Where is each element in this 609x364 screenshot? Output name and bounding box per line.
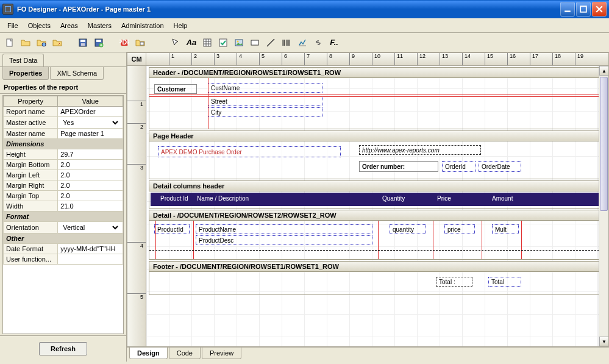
field-apex-demo-purchase-order[interactable]: APEX DEMO Purchase Order [158, 146, 341, 157]
band-title[interactable]: Footer - /DOCUMENT/REGION/ROWSET1/ROWSET… [149, 261, 606, 272]
bottom-tab-design[interactable]: Design [129, 348, 168, 359]
prop-key: User function... [4, 254, 58, 265]
design-panel: CM 12345678910111213141516171819 12345 H… [127, 52, 609, 362]
pointer-icon[interactable] [168, 35, 183, 50]
scroll-thumb[interactable] [600, 77, 608, 211]
field-productdesc[interactable]: ProductDesc [196, 235, 372, 245]
image-icon[interactable] [232, 35, 246, 50]
prop-value[interactable]: yyyy-MM-dd"T"HH [58, 244, 123, 254]
text-a-icon[interactable]: Aa [184, 35, 199, 50]
barcode-icon[interactable] [279, 35, 294, 50]
prop-value[interactable]: 21.0 [58, 201, 123, 212]
field-quantity[interactable]: quantity [390, 224, 426, 234]
prop-value[interactable]: 2.0 [58, 180, 123, 191]
app-icon [2, 4, 13, 15]
column-header-cell[interactable]: Amount [492, 195, 513, 202]
menu-help[interactable]: Help [169, 20, 193, 31]
prop-value[interactable]: 2.0 [58, 170, 123, 180]
fx-icon[interactable]: F.. [327, 35, 341, 50]
field-productname[interactable]: ProductName [196, 224, 372, 234]
open-folder-alt2-icon[interactable] [50, 35, 65, 50]
tab-properties[interactable]: Properties [2, 67, 49, 80]
horizontal-ruler: 12345678910111213141516171819 [146, 52, 609, 66]
band-body[interactable]: CustomerCustNameStreetCity [149, 78, 606, 129]
field-productid[interactable]: ProductId [154, 224, 190, 234]
field-total[interactable]: Total [488, 277, 521, 287]
col-value: Value [58, 96, 123, 107]
column-header-cell[interactable]: Price [437, 195, 451, 202]
field-customer[interactable]: Customer [154, 84, 197, 94]
prop-value[interactable] [58, 254, 123, 265]
field-orderid[interactable]: OrderId [442, 161, 475, 172]
column-header-cell[interactable]: Product Id [160, 195, 188, 202]
table-icon[interactable] [200, 35, 215, 50]
menu-file[interactable]: File [2, 20, 23, 31]
field-order-number-[interactable]: Order number: [359, 161, 438, 172]
ruler-unit: CM [127, 52, 146, 66]
prop-key: Report name [4, 107, 58, 117]
column-header-cell[interactable]: Name / Description [197, 195, 249, 202]
prop-value[interactable]: Vertical [58, 222, 123, 234]
field-orderdate[interactable]: OrderDate [479, 161, 521, 172]
prop-value[interactable]: Page master 1 [58, 129, 123, 139]
prop-value[interactable]: Yes [58, 117, 123, 129]
field-price[interactable]: price [444, 224, 475, 234]
menu-administration[interactable]: Administration [116, 20, 169, 31]
field-custname[interactable]: CustName [208, 83, 322, 93]
band-body[interactable]: ProductIdProductNamequantitypriceMultPro… [149, 221, 606, 260]
minimize-button[interactable] [560, 2, 575, 16]
prop-value[interactable]: 29.7 [58, 149, 123, 160]
line-icon[interactable] [263, 35, 278, 50]
link-icon[interactable] [311, 35, 326, 50]
band-title[interactable]: Page Header [149, 130, 606, 141]
tab-xml-schema[interactable]: XML Schema [50, 67, 104, 80]
bottom-tab-preview[interactable]: Preview [202, 348, 241, 359]
band-title[interactable]: Header - /DOCUMENT/REGION/ROWSET1/ROWSET… [149, 67, 606, 78]
design-canvas[interactable]: Header - /DOCUMENT/REGION/ROWSET1/ROWSET… [146, 66, 609, 347]
band-body[interactable]: Total :Total [149, 272, 606, 295]
band-pageheader[interactable]: Page HeaderAPEX DEMO Purchase Orderhttp:… [149, 130, 606, 179]
open-report-icon[interactable] [133, 35, 148, 50]
bottom-tab-code[interactable]: Code [169, 348, 201, 359]
prop-value[interactable]: APEXOrder [58, 107, 123, 117]
property-grid[interactable]: PropertyValue Report nameAPEXOrderMaster… [2, 95, 124, 334]
tab-test-data[interactable]: Test Data [2, 54, 44, 66]
pdf-export-icon[interactable]: PDF [117, 35, 132, 50]
band-colhead[interactable]: Detail columns headerProduct IdName / De… [149, 180, 606, 209]
close-button[interactable] [592, 2, 607, 16]
prop-value[interactable]: 2.0 [58, 191, 123, 201]
band-body[interactable]: Product IdName / DescriptionQuantityPric… [149, 193, 606, 209]
chart-icon[interactable] [295, 35, 310, 50]
band-detail[interactable]: Detail - /DOCUMENT/REGION/ROWSET2/ROWSET… [149, 210, 606, 260]
vertical-scrollbar[interactable]: ▲ ▼ [599, 66, 608, 346]
open-folder-icon[interactable] [18, 35, 33, 50]
band-title[interactable]: Detail - /DOCUMENT/REGION/ROWSET2/ROWSET… [149, 210, 606, 221]
field-city[interactable]: City [208, 107, 322, 117]
toolbar: PDFAaF.. [0, 33, 609, 52]
field-street[interactable]: Street [208, 96, 322, 106]
save-new-icon[interactable] [91, 35, 106, 50]
band-footer[interactable]: Footer - /DOCUMENT/REGION/ROWSET1/ROWSET… [149, 261, 606, 295]
refresh-button[interactable]: Refresh [39, 342, 87, 355]
new-file-icon[interactable] [2, 35, 17, 50]
bottom-tabs: DesignCodePreview [127, 347, 609, 362]
band-title[interactable]: Detail columns header [149, 180, 606, 191]
column-header-cell[interactable]: Quantity [382, 195, 405, 202]
field-http-www-apex-reports-com[interactable]: http://www.apex-reports.com [359, 145, 481, 155]
scroll-down-button[interactable]: ▼ [599, 337, 609, 346]
svg-rect-17 [251, 40, 258, 45]
band-body[interactable]: APEX DEMO Purchase Orderhttp://www.apex-… [149, 141, 606, 179]
open-folder-alt-icon[interactable] [34, 35, 49, 50]
maximize-button[interactable] [576, 2, 591, 16]
menu-areas[interactable]: Areas [55, 20, 83, 31]
menu-objects[interactable]: Objects [23, 20, 55, 31]
band-header[interactable]: Header - /DOCUMENT/REGION/ROWSET1/ROWSET… [149, 67, 606, 129]
menu-masters[interactable]: Masters [83, 20, 116, 31]
save-icon[interactable] [76, 35, 90, 50]
rect-icon[interactable] [248, 35, 262, 50]
field-mult[interactable]: Mult [492, 224, 519, 234]
field-total-[interactable]: Total : [436, 277, 472, 287]
scroll-up-button[interactable]: ▲ [599, 66, 609, 76]
prop-value[interactable]: 2.0 [58, 160, 123, 170]
checkbox-icon[interactable] [216, 35, 230, 50]
